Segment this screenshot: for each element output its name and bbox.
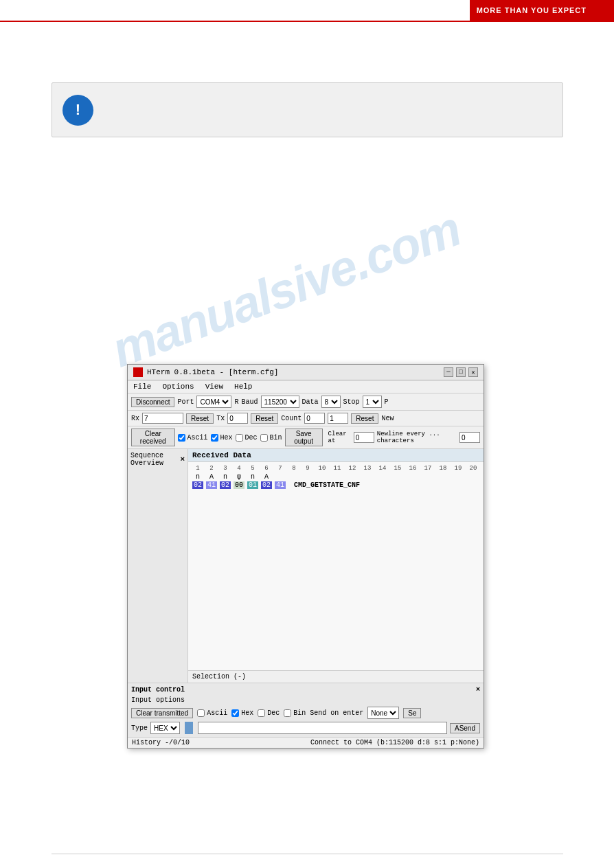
col-15: 15 [391, 465, 404, 472]
header-top-line [0, 21, 614, 22]
input-control-close[interactable]: × [476, 686, 480, 694]
col-17: 17 [422, 465, 434, 472]
ascii-checkbox[interactable] [178, 434, 185, 442]
ascii-5: n [247, 473, 258, 481]
input-control-label: Input control [131, 686, 185, 694]
input-ascii-label: Ascii [207, 709, 227, 717]
menu-options[interactable]: Options [161, 382, 195, 391]
data-select[interactable]: 8 [321, 396, 341, 408]
clear-received-button[interactable]: Clear received [131, 429, 175, 446]
port-select[interactable]: COM4 [196, 396, 231, 408]
hterm-title-controls: — □ ✕ [444, 367, 478, 377]
dec-checkbox-group: Dec [236, 434, 258, 442]
data-area: 1 2 3 4 5 6 7 8 9 10 11 12 13 14 15 16 1 [188, 462, 484, 670]
reset2-button[interactable]: Reset [251, 413, 278, 424]
tx-label: Tx [216, 415, 225, 422]
reset1-button[interactable]: Reset [186, 413, 214, 424]
bin-checkbox[interactable] [260, 434, 268, 442]
clear-at-label: Clear at [328, 431, 351, 444]
exclamation-icon: ! [76, 101, 80, 119]
brand-text: more than you expect [470, 0, 593, 21]
input-opts-controls: Clear transmitted Ascii Hex Dec Bin Send… [131, 707, 480, 719]
input-dec-group: Dec [258, 709, 280, 717]
sequence-title: Sequence Overview [130, 452, 180, 467]
note-icon: ! [62, 95, 93, 126]
type-select[interactable]: HEX [150, 722, 180, 734]
count-input[interactable] [304, 413, 325, 424]
received-panel: Received Data 1 2 3 4 5 6 7 8 9 10 11 12… [188, 449, 484, 683]
header-red-block [593, 0, 614, 21]
bin-label: Bin [270, 434, 282, 442]
cmd-text: CMD_GETSTATE_CNF [294, 481, 360, 489]
bottom-line [52, 854, 563, 854]
input-dec-label: Dec [267, 709, 280, 717]
sequence-panel: Sequence Overview × [128, 449, 188, 683]
newline-label: Newline every ... characters [377, 431, 457, 444]
send-button[interactable]: Se [403, 708, 421, 718]
input-ascii-checkbox[interactable] [197, 709, 205, 717]
type-row: Type HEX ASend [131, 722, 480, 734]
ascii-1: n [192, 473, 203, 481]
maximize-button[interactable]: □ [456, 367, 466, 377]
hterm-statusbar: History -/0/10 Connect to COM4 (b:115200… [128, 737, 484, 748]
send-on-enter-label: Send on enter [310, 709, 363, 717]
newline-input[interactable] [459, 432, 480, 443]
ascii-label: Ascii [187, 434, 208, 442]
minimize-button[interactable]: — [444, 367, 453, 377]
counter-input[interactable] [328, 413, 348, 424]
hex-label: Hex [220, 434, 233, 442]
col-3: 3 [220, 465, 231, 472]
type-text-input[interactable] [198, 722, 447, 734]
menu-file[interactable]: File [132, 382, 152, 391]
port-label: Port [177, 398, 194, 406]
input-control-header: Input control × [131, 686, 480, 694]
col-1: 1 [192, 465, 203, 472]
input-bin-group: Bin [284, 709, 306, 717]
sequence-close-icon[interactable]: × [180, 455, 185, 464]
col-20: 20 [467, 465, 479, 472]
menu-help[interactable]: Help [233, 382, 253, 391]
col-5: 5 [247, 465, 258, 472]
dec-checkbox[interactable] [236, 434, 243, 442]
baud-label: Baud [242, 398, 258, 406]
clear-at-input[interactable] [354, 432, 374, 443]
hex-7: 41 [275, 481, 286, 489]
hterm-title-left: HTerm 0.8.1beta - [hterm.cfg] [133, 367, 278, 377]
ascii-3: n [220, 473, 231, 481]
type-label: Type [131, 724, 148, 732]
hex-3: 02 [220, 481, 231, 489]
col-11: 11 [331, 465, 343, 472]
disconnect-button[interactable]: Disconnect [131, 397, 174, 407]
tx-input[interactable] [227, 413, 248, 424]
menu-view[interactable]: View [204, 382, 225, 391]
clear-transmitted-button[interactable]: Clear transmitted [131, 708, 193, 718]
input-hex-group: Hex [231, 709, 253, 717]
col-12: 12 [346, 465, 359, 472]
hex-checkbox[interactable] [211, 434, 218, 442]
input-dec-checkbox[interactable] [258, 709, 265, 717]
hex-checkbox-group: Hex [211, 434, 233, 442]
col-9: 9 [302, 465, 313, 472]
baud-select[interactable]: 115200 [261, 396, 299, 408]
input-hex-label: Hex [241, 709, 253, 717]
col-14: 14 [376, 465, 389, 472]
hterm-toolbar2: Rx Reset Tx Reset Count Reset New [128, 411, 484, 426]
send-on-enter-select[interactable]: None [367, 707, 399, 719]
count-label: Count [281, 415, 302, 422]
sequence-header: Sequence Overview × [130, 452, 185, 467]
close-button[interactable]: ✕ [468, 367, 478, 377]
hex-4: 00 [234, 481, 245, 489]
input-hex-checkbox[interactable] [231, 709, 239, 717]
asend-button[interactable]: ASend [450, 723, 480, 733]
col-8: 8 [288, 465, 299, 472]
ascii-row: n A n ψ n A [192, 473, 479, 481]
col-4: 4 [234, 465, 245, 472]
rx-input[interactable] [142, 413, 183, 424]
save-output-button[interactable]: Save output [285, 429, 323, 446]
col-18: 18 [437, 465, 449, 472]
input-bin-checkbox[interactable] [284, 709, 291, 717]
reset3-button[interactable]: Reset [351, 413, 378, 424]
new-label: New [381, 415, 394, 422]
stop-select[interactable]: 1 [363, 396, 382, 408]
input-control: Input control × Input options Clear tran… [128, 683, 484, 737]
